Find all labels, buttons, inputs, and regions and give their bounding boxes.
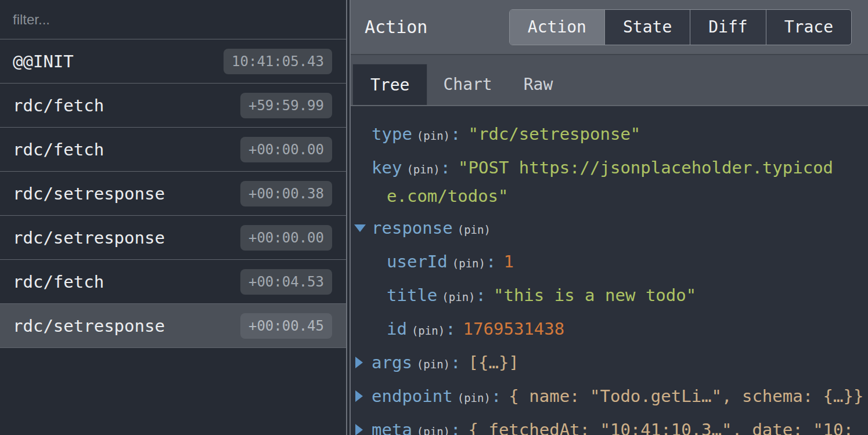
action-list-item[interactable]: rdc/fetch +00:04.53 [0, 260, 346, 304]
key-colon: : [441, 158, 451, 177]
tree-row-type: type(pin):"rdc/setresponse" [351, 121, 868, 149]
action-list-item[interactable]: rdc/setresponse +00:00.38 [0, 172, 346, 216]
tree-key-expandable[interactable]: meta [372, 420, 412, 435]
pin-link[interactable]: (pin) [442, 291, 475, 303]
tree-row-userId: userId(pin):1 [351, 248, 868, 277]
action-timestamp-badge: +00:00.00 [240, 225, 332, 251]
key-colon: : [476, 285, 486, 305]
tab-diff[interactable]: Diff [690, 10, 765, 45]
action-timestamp-badge: +59:59.99 [240, 93, 332, 118]
action-timestamp-badge: +00:00.00 [240, 137, 332, 162]
inspector-title: Action [365, 17, 427, 37]
tree-row-response: response(pin) [351, 215, 868, 243]
tree-key: title [387, 285, 437, 305]
tree-row-title: title(pin):"this is a new todo" [351, 282, 868, 310]
tree-value-string: "POST https://jsonplaceholder.typicod [458, 158, 833, 177]
pin-link[interactable]: (pin) [458, 392, 491, 404]
action-name: @@INIT [13, 52, 74, 71]
pin-link[interactable]: (pin) [412, 324, 445, 337]
tree-row-id: id(pin):1769531438 [351, 316, 868, 344]
pin-link[interactable]: (pin) [417, 425, 450, 435]
action-list-item[interactable]: @@INIT 10:41:05.43 [0, 39, 346, 84]
tree-key-expandable[interactable]: endpoint [372, 386, 453, 406]
action-name: rdc/fetch [13, 96, 104, 115]
tree-value-string: "rdc/setresponse" [469, 124, 641, 144]
expand-arrow-icon[interactable] [355, 424, 363, 435]
tree-row-endpoint: endpoint(pin):{ name: "Todo.getLi…", sch… [351, 383, 868, 411]
key-colon: : [445, 319, 455, 339]
tab-state[interactable]: State [604, 10, 690, 45]
action-name: rdc/setresponse [13, 316, 165, 336]
key-colon: : [486, 252, 496, 271]
tree-value-preview: { fetchedAt: "10:41:10.3…", date: "10: [469, 420, 853, 435]
pin-link[interactable]: (pin) [417, 129, 450, 142]
view-subtab-bar: Tree Chart Raw [351, 55, 868, 106]
tree-value-number: 1769531438 [463, 319, 565, 339]
expand-arrow-icon[interactable] [355, 390, 363, 402]
inspector-tab-group: Action State Diff Trace [509, 9, 852, 45]
tree-row-meta: meta(pin):{ fetchedAt: "10:41:10.3…", da… [351, 416, 868, 435]
action-json-tree: type(pin):"rdc/setresponse" key(pin):"PO… [351, 106, 868, 435]
pin-link[interactable]: (pin) [417, 358, 450, 371]
wrapped-value-line: e.com/todos" [372, 183, 868, 209]
action-list-panel: @@INIT 10:41:05.43 rdc/fetch +59:59.99 r… [0, 0, 347, 435]
tree-key: key [372, 158, 402, 177]
action-timestamp-badge: +00:04.53 [240, 269, 332, 295]
tree-value-preview: { name: "Todo.getLi…", schema: {…}} [509, 386, 863, 406]
key-colon: : [491, 386, 501, 406]
expand-arrow-icon[interactable] [355, 357, 363, 368]
tree-value-preview: [{…}] [469, 353, 519, 372]
collapse-arrow-icon[interactable] [354, 224, 366, 232]
action-timestamp-badge: +00:00.45 [240, 313, 332, 339]
subtab-tree[interactable]: Tree [352, 64, 427, 105]
inspector-panel: Action Action State Diff Trace Tree Char… [351, 0, 868, 435]
tab-action[interactable]: Action [510, 10, 604, 45]
subtab-chart[interactable]: Chart [427, 64, 507, 105]
action-name: rdc/fetch [13, 272, 104, 292]
action-timestamp-badge: +00:00.38 [240, 181, 332, 206]
tree-key-expandable[interactable]: response [372, 218, 453, 238]
action-list: @@INIT 10:41:05.43 rdc/fetch +59:59.99 r… [0, 39, 346, 348]
filter-row [0, 0, 346, 39]
tree-key-expandable[interactable]: args [372, 353, 412, 372]
tree-row-args: args(pin):[{…}] [351, 349, 868, 378]
redux-devtools-window: @@INIT 10:41:05.43 rdc/fetch +59:59.99 r… [0, 0, 868, 435]
key-colon: : [451, 420, 460, 435]
action-name: rdc/setresponse [13, 184, 165, 204]
tree-value-number: 1 [503, 252, 513, 271]
tree-row-key: key(pin):"POST https://jsonplaceholder.t… [351, 154, 868, 209]
subtab-raw[interactable]: Raw [508, 64, 569, 105]
action-list-item[interactable]: rdc/fetch +00:00.00 [0, 128, 346, 172]
action-timestamp-badge: 10:41:05.43 [224, 49, 332, 74]
tree-value-string: e.com/todos" [387, 186, 509, 206]
pin-link[interactable]: (pin) [406, 163, 440, 176]
tree-value-string: "this is a new todo" [494, 285, 696, 305]
action-list-item[interactable]: rdc/setresponse +00:00.00 [0, 216, 346, 260]
action-name: rdc/fetch [13, 140, 104, 160]
key-colon: : [451, 353, 460, 372]
action-name: rdc/setresponse [13, 228, 165, 248]
inspector-header: Action Action State Diff Trace [351, 0, 868, 55]
tree-key: type [372, 124, 412, 144]
tree-key: userId [387, 252, 448, 271]
filter-input[interactable] [0, 12, 346, 28]
tree-key: id [387, 319, 407, 339]
pin-link[interactable]: (pin) [452, 257, 485, 270]
tab-trace[interactable]: Trace [766, 10, 851, 45]
action-list-item-selected[interactable]: rdc/setresponse +00:00.45 [0, 304, 346, 348]
pin-link[interactable]: (pin) [458, 223, 491, 236]
key-colon: : [451, 124, 460, 144]
action-list-item[interactable]: rdc/fetch +59:59.99 [0, 84, 346, 128]
